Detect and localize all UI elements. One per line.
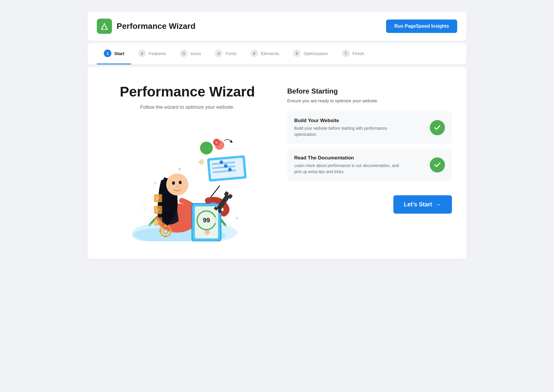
step-label-features: Features bbox=[149, 51, 166, 56]
svg-point-50 bbox=[155, 182, 156, 184]
left-panel: Performance Wizard Follow the wizard to … bbox=[105, 84, 270, 241]
steps-row: 1 Start 2 Features 3 Icons 4 Fonts 5 Ele… bbox=[97, 43, 457, 64]
checklist-item-docs: Read The Documentation Learn more about … bbox=[287, 149, 452, 181]
steps-card: 1 Start 2 Features 3 Icons 4 Fonts 5 Ele… bbox=[87, 43, 467, 64]
check-circle-build bbox=[430, 120, 445, 135]
run-pagespeed-button[interactable]: Run PageSpeed Insights bbox=[386, 20, 457, 33]
page-container: Performance Wizard Run PageSpeed Insight… bbox=[87, 12, 467, 259]
illustration-svg: 99 ✓ ✓ bbox=[120, 119, 255, 241]
step-label-start: Start bbox=[114, 51, 124, 56]
checklist-title-build: Build Your Website bbox=[294, 118, 399, 124]
step-item-elements[interactable]: 5 Elements bbox=[243, 43, 286, 64]
main-title: Performance Wizard bbox=[120, 84, 255, 100]
step-num-5: 5 bbox=[250, 50, 258, 57]
svg-text:✓: ✓ bbox=[156, 208, 160, 212]
lets-start-button[interactable]: Let's Start → bbox=[393, 195, 452, 214]
checklist-title-docs: Read The Documentation bbox=[294, 155, 399, 161]
checklist-text-build: Build Your Website Build your website be… bbox=[294, 118, 399, 138]
svg-rect-43 bbox=[164, 235, 167, 238]
step-num-6: 6 bbox=[293, 50, 301, 57]
step-num-7: 7 bbox=[342, 50, 350, 57]
step-num-3: 3 bbox=[180, 50, 187, 57]
step-item-finish[interactable]: 7 Finish bbox=[335, 43, 371, 64]
step-item-fonts[interactable]: 4 Fonts bbox=[208, 43, 243, 64]
svg-rect-44 bbox=[159, 230, 162, 232]
step-num-4: 4 bbox=[215, 50, 222, 57]
svg-point-35 bbox=[200, 142, 213, 154]
svg-point-51 bbox=[236, 217, 238, 219]
header-left: Performance Wizard bbox=[97, 19, 196, 34]
main-card: Performance Wizard Follow the wizard to … bbox=[87, 67, 467, 259]
step-label-finish: Finish bbox=[353, 51, 364, 56]
svg-point-7 bbox=[166, 173, 188, 196]
svg-text:%: % bbox=[215, 141, 218, 144]
logo-icon bbox=[100, 22, 109, 31]
step-label-icons: Icons bbox=[190, 51, 201, 56]
illustration: 99 ✓ ✓ bbox=[120, 119, 255, 241]
step-item-features[interactable]: 2 Features bbox=[131, 43, 173, 64]
right-panel: Before Starting Ensure you are ready to … bbox=[287, 84, 452, 241]
before-desc: Ensure you are ready to optimize your we… bbox=[287, 98, 452, 103]
svg-text:−: − bbox=[157, 219, 159, 224]
step-item-icons[interactable]: 3 Icons bbox=[173, 43, 208, 64]
checklist-item-build: Build Your Website Build your website be… bbox=[287, 111, 452, 144]
main-subtitle: Follow the wizard to optimize your websi… bbox=[140, 104, 234, 110]
svg-text:×: × bbox=[178, 167, 181, 172]
step-item-start[interactable]: 1 Start bbox=[97, 43, 131, 64]
svg-point-9 bbox=[179, 181, 182, 184]
svg-rect-48 bbox=[198, 159, 205, 165]
lets-start-label: Let's Start bbox=[404, 201, 432, 208]
checklist-desc-build: Build your website before starting with … bbox=[294, 125, 399, 138]
before-title: Before Starting bbox=[287, 87, 452, 95]
check-circle-docs bbox=[430, 157, 445, 173]
checklist-desc-docs: Learn more about performance in our docu… bbox=[294, 163, 399, 175]
step-label-fonts: Fonts bbox=[225, 51, 236, 56]
header-card: Performance Wizard Run PageSpeed Insight… bbox=[87, 12, 467, 41]
step-item-optimization[interactable]: 6 Optimization bbox=[286, 43, 335, 64]
lets-start-arrow: → bbox=[436, 201, 441, 208]
logo-box bbox=[97, 19, 112, 34]
checklist-text-docs: Read The Documentation Learn more about … bbox=[294, 155, 399, 175]
svg-text:99: 99 bbox=[203, 217, 210, 224]
header-title: Performance Wizard bbox=[117, 22, 196, 31]
svg-point-8 bbox=[172, 181, 175, 185]
check-icon-build bbox=[434, 124, 441, 131]
check-icon-docs bbox=[434, 161, 441, 169]
step-label-elements: Elements bbox=[261, 51, 279, 56]
step-num-1: 1 bbox=[104, 50, 111, 57]
step-label-optimization: Optimization bbox=[304, 51, 328, 56]
step-num-2: 2 bbox=[138, 50, 146, 57]
svg-text:✓: ✓ bbox=[156, 196, 160, 201]
